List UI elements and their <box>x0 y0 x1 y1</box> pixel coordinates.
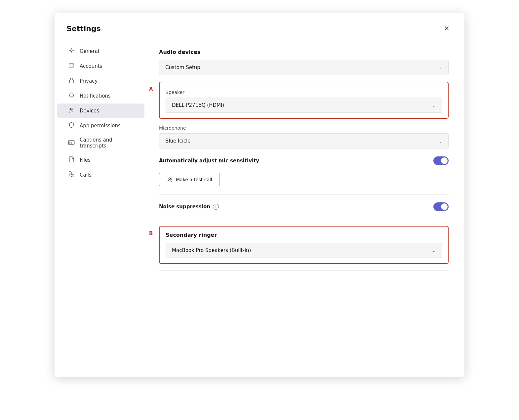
make-test-call-button[interactable]: Make a test call <box>159 173 220 186</box>
secondary-ringer-highlighted-section: Secondary ringer MacBook Pro Speakers (B… <box>159 226 449 264</box>
microphone-label: Microphone <box>159 125 449 131</box>
test-call-icon <box>167 177 173 183</box>
secondary-ringer-chevron-icon: ⌄ <box>432 248 436 253</box>
microphone-chevron-icon: ⌄ <box>439 139 442 144</box>
audio-device-select[interactable]: Custom Setup ⌄ <box>159 60 449 75</box>
speaker-highlighted-section: Speaker DELL P2715Q (HDMI) ⌄ <box>159 82 449 119</box>
accounts-icon <box>68 63 75 70</box>
close-button[interactable]: ✕ <box>441 22 453 34</box>
lock-icon <box>68 77 75 85</box>
divider-2 <box>159 219 449 219</box>
svg-point-2 <box>70 65 71 66</box>
test-call-label: Make a test call <box>176 177 212 182</box>
info-icon[interactable]: i <box>213 204 219 210</box>
audio-devices-heading: Audio devices <box>159 49 449 55</box>
file-icon <box>68 156 75 164</box>
audio-device-select-wrapper: Custom Setup ⌄ <box>159 60 449 75</box>
svg-point-4 <box>70 108 72 110</box>
settings-dialog: Settings ✕ General <box>55 13 464 377</box>
bell-icon <box>68 92 75 100</box>
secondary-ringer-select[interactable]: MacBook Pro Speakers (Built-in) ⌄ <box>166 243 442 258</box>
speaker-value: DELL P2715Q (HDMI) <box>172 102 224 108</box>
sidebar-item-notifications[interactable]: Notifications <box>57 89 144 103</box>
sidebar-item-label-general: General <box>80 48 99 54</box>
noise-suppression-toggle[interactable] <box>433 202 449 211</box>
speaker-select[interactable]: DELL P2715Q (HDMI) ⌄ <box>166 98 442 113</box>
sidebar-item-label-devices: Devices <box>80 108 99 114</box>
microphone-section: Microphone Blue Icicle ⌄ <box>159 125 449 148</box>
secondary-ringer-heading: Secondary ringer <box>166 232 442 238</box>
sidebar-item-label-privacy: Privacy <box>80 78 98 84</box>
sidebar-item-calls[interactable]: Calls <box>57 168 144 182</box>
noise-suppression-row: Noise suppression i <box>159 202 449 211</box>
shield-icon <box>68 122 75 129</box>
auto-mic-row: Automatically adjust mic sensitivity <box>159 156 449 165</box>
microphone-value: Blue Icicle <box>165 138 190 144</box>
sidebar-item-label-files: Files <box>80 157 91 163</box>
sidebar-item-label-calls: Calls <box>80 172 92 178</box>
gear-icon <box>68 48 75 55</box>
phone-icon <box>68 171 75 178</box>
sidebar-item-label-app-permissions: App permissions <box>80 123 121 129</box>
svg-point-0 <box>70 50 72 51</box>
annotation-a: A <box>149 86 153 92</box>
dialog-title: Settings <box>66 24 101 33</box>
noise-suppression-label: Noise suppression i <box>159 204 219 210</box>
speaker-label: Speaker <box>166 90 442 95</box>
auto-mic-label: Automatically adjust mic sensitivity <box>159 158 259 164</box>
auto-mic-toggle[interactable] <box>433 156 449 165</box>
main-content: Audio devices Custom Setup ⌄ A Speaker D… <box>147 40 464 377</box>
captions-icon: CC <box>68 140 75 146</box>
sidebar-item-label-captions: Captions and transcripts <box>80 137 137 149</box>
sidebar-item-captions[interactable]: CC Captions and transcripts <box>57 133 144 152</box>
secondary-ringer-value: MacBook Pro Speakers (Built-in) <box>172 247 251 253</box>
sidebar: General Accounts <box>55 40 147 377</box>
sidebar-item-accounts[interactable]: Accounts <box>57 59 144 73</box>
dialog-header: Settings ✕ <box>55 13 464 40</box>
sidebar-item-files[interactable]: Files <box>57 153 144 167</box>
sidebar-item-privacy[interactable]: Privacy <box>57 74 144 88</box>
audio-device-value: Custom Setup <box>165 64 200 70</box>
sidebar-item-label-notifications: Notifications <box>80 93 111 99</box>
svg-rect-3 <box>69 80 73 83</box>
annotation-b: B <box>149 231 153 236</box>
svg-point-7 <box>169 178 170 180</box>
chevron-down-icon: ⌄ <box>439 65 442 70</box>
sidebar-item-label-accounts: Accounts <box>80 63 102 69</box>
svg-text:CC: CC <box>69 142 72 144</box>
sidebar-item-general[interactable]: General <box>57 44 144 59</box>
divider-3 <box>159 271 449 271</box>
devices-icon <box>68 107 75 114</box>
sidebar-item-app-permissions[interactable]: App permissions <box>57 118 144 133</box>
sidebar-item-devices[interactable]: Devices <box>57 104 144 118</box>
dialog-body: General Accounts <box>55 40 464 377</box>
microphone-select[interactable]: Blue Icicle ⌄ <box>159 133 449 148</box>
speaker-chevron-icon: ⌄ <box>432 103 436 108</box>
divider-1 <box>159 194 449 194</box>
